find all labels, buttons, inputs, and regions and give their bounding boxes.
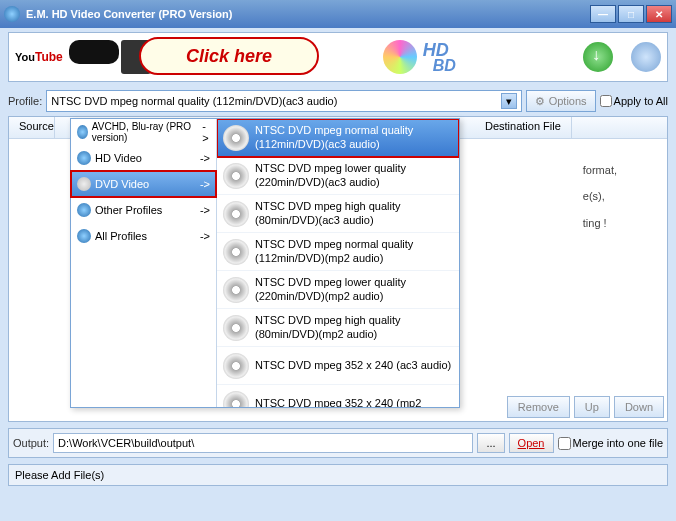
youtube-logo: YouTube: [15, 50, 63, 64]
chevron-down-icon[interactable]: ▾: [501, 93, 517, 109]
window-buttons: — □ ✕: [590, 5, 672, 23]
download-button[interactable]: [583, 42, 613, 72]
profile-item-label: NTSC DVD mpeg lower quality (220min/DVD)…: [255, 162, 453, 188]
category-item[interactable]: Other Profiles->: [71, 197, 216, 223]
apply-all-input[interactable]: [600, 95, 612, 107]
profile-item[interactable]: NTSC DVD mpeg 352 x 240 (ac3 audio): [217, 347, 459, 385]
profile-row: Profile: NTSC DVD mpeg normal quality (1…: [8, 90, 668, 112]
list-actions: Remove Up Down: [503, 392, 668, 422]
output-path-input[interactable]: [53, 433, 473, 453]
col-source[interactable]: Source: [9, 117, 55, 138]
maximize-button[interactable]: □: [618, 5, 644, 23]
disc-icon: [223, 239, 249, 265]
profile-item-label: NTSC DVD mpeg 352 x 240 (ac3 audio): [255, 359, 451, 372]
category-item[interactable]: AVCHD, Blu-ray (PRO version)->: [71, 119, 216, 145]
merge-checkbox[interactable]: Merge into one file: [558, 437, 664, 450]
banner: YouTube Click here HD BD: [8, 32, 668, 82]
output-label: Output:: [13, 437, 49, 449]
profile-item[interactable]: NTSC DVD mpeg normal quality (112min/DVD…: [217, 119, 459, 157]
status-text: Please Add File(s): [15, 469, 104, 481]
app-icon: [4, 6, 20, 22]
arrow-icon: ->: [200, 204, 210, 216]
hdbd-logo: HD BD: [417, 40, 456, 75]
profile-item[interactable]: NTSC DVD mpeg 352 x 240 (mp2: [217, 385, 459, 407]
disc-icon: [223, 201, 249, 227]
disc-icon: [223, 277, 249, 303]
category-list: AVCHD, Blu-ray (PRO version)->HD Video->…: [71, 119, 217, 407]
profile-item-label: NTSC DVD mpeg normal quality (112min/DVD…: [255, 238, 453, 264]
profile-item-label: NTSC DVD mpeg 352 x 240 (mp2: [255, 397, 421, 407]
settings-button[interactable]: [631, 42, 661, 72]
arrow-icon: ->: [200, 152, 210, 164]
arrow-icon: ->: [202, 120, 210, 144]
category-label: DVD Video: [95, 178, 149, 190]
folder-icon: [77, 177, 91, 191]
disc-icon: [223, 315, 249, 341]
profile-item-label: NTSC DVD mpeg normal quality (112min/DVD…: [255, 124, 453, 150]
remove-button[interactable]: Remove: [507, 396, 570, 418]
titlebar: E.M. HD Video Converter (PRO Version) — …: [0, 0, 676, 28]
arrow-icon: ->: [200, 230, 210, 242]
status-bar: Please Add File(s): [8, 464, 668, 486]
profile-item-list[interactable]: NTSC DVD mpeg normal quality (112min/DVD…: [217, 119, 459, 407]
up-button[interactable]: Up: [574, 396, 610, 418]
arrow-icon: ->: [200, 178, 210, 190]
open-button[interactable]: Open: [509, 433, 554, 453]
profile-item[interactable]: NTSC DVD mpeg lower quality (220min/DVD)…: [217, 157, 459, 195]
disc-icon: [223, 125, 249, 151]
category-item[interactable]: HD Video->: [71, 145, 216, 171]
profile-item[interactable]: NTSC DVD mpeg lower quality (220min/DVD)…: [217, 271, 459, 309]
profile-item-label: NTSC DVD mpeg high quality (80min/DVD)(m…: [255, 314, 453, 340]
output-row: Output: ... Open Merge into one file: [8, 428, 668, 458]
col-dest[interactable]: Destination File: [475, 117, 572, 138]
folder-icon: [77, 125, 88, 139]
folder-icon: [77, 151, 91, 165]
merge-input[interactable]: [558, 437, 571, 450]
profile-item-label: NTSC DVD mpeg lower quality (220min/DVD)…: [255, 276, 453, 302]
annotation-bubble: Click here: [139, 37, 319, 75]
profile-item[interactable]: NTSC DVD mpeg high quality (80min/DVD)(m…: [217, 309, 459, 347]
options-button[interactable]: ⚙ Options: [526, 90, 596, 112]
down-button[interactable]: Down: [614, 396, 664, 418]
disc-icon: [223, 353, 249, 379]
profile-label: Profile:: [8, 95, 42, 107]
minimize-button[interactable]: —: [590, 5, 616, 23]
folder-icon: [77, 229, 91, 243]
window-title: E.M. HD Video Converter (PRO Version): [26, 8, 232, 20]
close-button[interactable]: ✕: [646, 5, 672, 23]
gear-icon: ⚙: [535, 95, 545, 108]
category-label: AVCHD, Blu-ray (PRO version): [92, 121, 198, 143]
category-label: Other Profiles: [95, 204, 162, 216]
browse-button[interactable]: ...: [477, 433, 504, 453]
category-label: All Profiles: [95, 230, 147, 242]
category-item[interactable]: All Profiles->: [71, 223, 216, 249]
disc-icon: [223, 391, 249, 408]
disc-icon: [223, 163, 249, 189]
profile-item-label: NTSC DVD mpeg high quality (80min/DVD)(a…: [255, 200, 453, 226]
profile-selected: NTSC DVD mpeg normal quality (112min/DVD…: [51, 95, 337, 107]
profile-item[interactable]: NTSC DVD mpeg normal quality (112min/DVD…: [217, 233, 459, 271]
category-item[interactable]: DVD Video->: [71, 171, 216, 197]
profile-item[interactable]: NTSC DVD mpeg high quality (80min/DVD)(a…: [217, 195, 459, 233]
psp-icon: [69, 40, 119, 64]
hint-text: format, e(s), ting !: [583, 157, 617, 236]
profile-dropdown: AVCHD, Blu-ray (PRO version)->HD Video->…: [70, 118, 460, 408]
apply-all-checkbox[interactable]: Apply to All: [600, 95, 668, 107]
profile-combo[interactable]: NTSC DVD mpeg normal quality (112min/DVD…: [46, 90, 521, 112]
disc-icon: [383, 40, 417, 74]
folder-icon: [77, 203, 91, 217]
category-label: HD Video: [95, 152, 142, 164]
